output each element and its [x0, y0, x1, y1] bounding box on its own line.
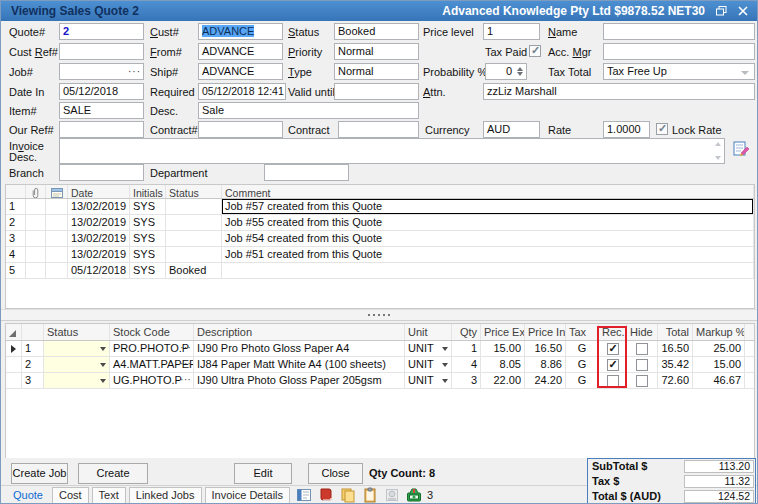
total-cell[interactable]: 16.50 [658, 341, 693, 357]
markup-cell[interactable]: 15.00 [693, 357, 745, 373]
initials-cell[interactable]: SYS [130, 263, 166, 279]
note-cell[interactable] [46, 231, 68, 247]
status-cell[interactable] [166, 199, 222, 215]
copy-icon[interactable] [340, 487, 356, 503]
date-cell[interactable]: 13/02/2019 [68, 247, 130, 263]
contract-field[interactable] [338, 121, 419, 138]
desc-field[interactable]: Sale [198, 102, 419, 119]
status-cell[interactable]: Booked [166, 263, 222, 279]
unit-combo[interactable]: UNIT [405, 357, 452, 373]
status-cell[interactable] [166, 231, 222, 247]
clipboard-icon[interactable] [362, 487, 378, 503]
tab-quote[interactable]: Quote [7, 488, 49, 503]
priority-field[interactable]: Normal [334, 43, 419, 60]
attn-field[interactable]: zzLiz Marshall [483, 83, 755, 100]
note-cell[interactable] [46, 263, 68, 279]
close-icon[interactable] [735, 4, 751, 18]
tab-cost[interactable]: Cost [52, 487, 89, 504]
invoice-desc-field[interactable] [59, 138, 725, 164]
tax-total-combo[interactable]: Tax Free Up [603, 63, 755, 80]
attachment-cell[interactable] [26, 247, 46, 263]
hide-checkbox-cell[interactable] [627, 373, 658, 389]
line-status-combo[interactable] [44, 357, 110, 373]
lock-rate-checkbox[interactable] [656, 123, 668, 135]
price-inc-cell[interactable]: 16.50 [525, 341, 566, 357]
total-cell[interactable]: 35.42 [658, 357, 693, 373]
date-cell[interactable]: 13/02/2019 [68, 215, 130, 231]
invoice-desc-scroll[interactable] [712, 140, 723, 162]
comment-cell[interactable]: Job #55 created from this Quote [222, 215, 754, 231]
note-cell[interactable] [46, 215, 68, 231]
cust-field[interactable]: ADVANCE [198, 23, 283, 40]
tax-cell[interactable]: G [566, 357, 599, 373]
tab-text[interactable]: Text [92, 487, 126, 504]
ship-field[interactable]: ADVANCE [198, 63, 283, 80]
create-job-button[interactable]: Create Job [11, 463, 68, 484]
journal-icon[interactable] [318, 487, 334, 503]
description-cell[interactable]: IJ84 Paper Matt White A4 (100 sheets) [194, 357, 405, 373]
date-cell[interactable]: 13/02/2019 [68, 231, 130, 247]
total-cell[interactable]: 72.60 [658, 373, 693, 389]
markup-cell[interactable]: 46.67 [693, 373, 745, 389]
attachment-cell[interactable] [26, 215, 46, 231]
stamp-icon[interactable] [384, 487, 400, 503]
unit-combo[interactable]: UNIT [405, 373, 452, 389]
description-cell[interactable]: IJ90 Pro Photo Gloss Paper A4 [194, 341, 405, 357]
initials-cell[interactable]: SYS [130, 215, 166, 231]
tax-cell[interactable]: G [566, 341, 599, 357]
price-inc-cell[interactable]: 8.86 [525, 357, 566, 373]
tax-cell[interactable]: G [566, 373, 599, 389]
edit-note-icon[interactable] [732, 140, 750, 158]
job-lookup-button[interactable]: ··· [128, 65, 141, 78]
item-row[interactable]: 3 UG.PHOTO.P··· IJ90 Ultra Photo Gloss P… [6, 373, 754, 389]
job-field[interactable]: ··· [59, 63, 144, 80]
date-in-field[interactable]: 05/12/2018 [59, 83, 144, 100]
stock-code-cell[interactable]: PRO.PHOTO.P··· [110, 341, 194, 357]
status-cell[interactable] [166, 215, 222, 231]
rec-checkbox-cell[interactable] [599, 357, 627, 373]
comment-row[interactable]: 4 13/02/2019 SYS Job #51 created from th… [6, 247, 754, 263]
currency-field[interactable]: AUD [483, 121, 540, 138]
attachment-cell[interactable] [26, 231, 46, 247]
stock-icon[interactable] [406, 487, 422, 503]
hide-checkbox-cell[interactable] [627, 357, 658, 373]
comment-row[interactable]: 3 13/02/2019 SYS Job #54 created from th… [6, 231, 754, 247]
rate-field[interactable]: 1.0000 [603, 121, 650, 138]
comment-cell[interactable]: Job #51 created from this Quote [222, 247, 754, 263]
quote-field[interactable]: 2 [59, 23, 144, 40]
stock-lookup-button[interactable]: ··· [180, 341, 191, 353]
acc-mgr-field[interactable] [603, 43, 755, 60]
restore-icon[interactable] [713, 4, 729, 18]
item-row[interactable]: 1 PRO.PHOTO.P··· IJ90 Pro Photo Gloss Pa… [6, 341, 754, 357]
status-cell[interactable] [166, 247, 222, 263]
attachment-cell[interactable] [26, 199, 46, 215]
contract-no-field[interactable] [198, 121, 283, 138]
stock-lookup-button[interactable]: ··· [180, 357, 191, 369]
qty-cell[interactable]: 3 [452, 373, 481, 389]
our-ref-field[interactable] [59, 121, 144, 138]
comment-cell[interactable]: Job #54 created from this Quote [222, 231, 754, 247]
hide-checkbox-cell[interactable] [627, 341, 658, 357]
report-icon[interactable] [296, 487, 312, 503]
price-ex-cell[interactable]: 22.00 [481, 373, 525, 389]
branch-field[interactable] [59, 164, 144, 181]
type-field[interactable]: Normal [334, 63, 419, 80]
department-field[interactable] [264, 164, 349, 181]
comment-cell[interactable]: Job #57 created from this Quote [222, 199, 754, 215]
valid-until-field[interactable] [334, 83, 419, 100]
unit-combo[interactable]: UNIT [405, 341, 452, 357]
price-inc-cell[interactable]: 24.20 [525, 373, 566, 389]
edit-button[interactable]: Edit [234, 463, 292, 484]
date-cell[interactable]: 05/12/2018 [68, 263, 130, 279]
qty-cell[interactable]: 1 [452, 341, 481, 357]
stock-code-cell[interactable]: UG.PHOTO.P··· [110, 373, 194, 389]
status-field[interactable]: Booked [334, 23, 419, 40]
comment-cell[interactable] [222, 263, 754, 279]
splitter-handle[interactable] [1, 309, 757, 321]
initials-cell[interactable]: SYS [130, 247, 166, 263]
item-row[interactable]: 2 A4.MATT.PAPER··· IJ84 Paper Matt White… [6, 357, 754, 373]
line-status-combo[interactable] [44, 373, 110, 389]
tax-paid-checkbox[interactable] [529, 45, 541, 57]
line-status-combo[interactable] [44, 341, 110, 357]
required-field[interactable]: 05/12/2018 12:41 PM [198, 83, 286, 100]
